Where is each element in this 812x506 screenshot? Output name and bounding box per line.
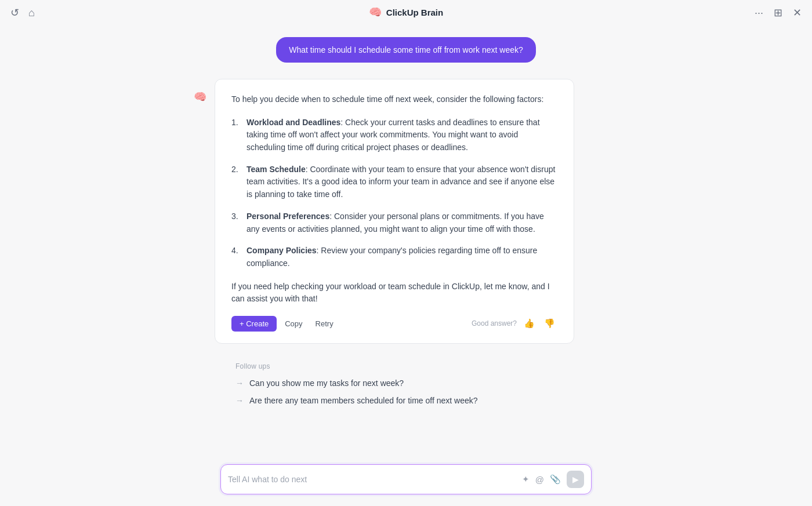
create-button[interactable]: + Create: [231, 316, 277, 332]
main-content: What time should I schedule some time of…: [0, 26, 812, 506]
user-message-text: What time should I schedule some time of…: [289, 45, 523, 54]
more-button[interactable]: ···: [753, 6, 764, 20]
ai-response-card: To help you decide when to schedule time…: [215, 79, 574, 344]
input-wrapper: ✦ @ 📎 ▶: [220, 464, 592, 494]
close-icon: ✕: [793, 6, 802, 19]
send-icon: ▶: [572, 475, 579, 484]
chat-input[interactable]: [228, 475, 517, 484]
mention-icon[interactable]: @: [535, 475, 544, 485]
item-1-bold: Workload and Deadlines: [246, 118, 340, 127]
app-title-text: ClickUp Brain: [386, 8, 443, 17]
item-3-bold: Personal Preferences: [246, 212, 329, 221]
expand-button[interactable]: ⊞: [773, 5, 784, 20]
more-icon: ···: [755, 7, 763, 19]
action-bar-left: + Create Copy Retry: [231, 316, 338, 332]
sparkle-icon[interactable]: ✦: [522, 474, 530, 485]
thumbs-down-button[interactable]: 👎: [542, 317, 557, 330]
list-item: 2. Team Schedule: Coordinate with your t…: [231, 163, 557, 201]
item-2-bold: Team Schedule: [246, 165, 306, 174]
retry-button[interactable]: Retry: [311, 316, 338, 332]
ai-avatar: 🧠: [194, 90, 209, 105]
close-button[interactable]: ✕: [792, 5, 803, 20]
send-button[interactable]: ▶: [567, 471, 584, 488]
list-item: 3. Personal Preferences: Consider your p…: [231, 210, 557, 235]
followup-item-2[interactable]: → Are there any team members scheduled f…: [235, 396, 597, 405]
input-icons: ✦ @ 📎 ▶: [522, 471, 584, 488]
followups-title: Follow ups: [235, 362, 597, 370]
input-area: ✦ @ 📎 ▶: [220, 464, 592, 494]
good-answer-label: Good answer?: [472, 319, 517, 327]
response-list: 1. Workload and Deadlines: Check your cu…: [231, 117, 557, 270]
copy-button[interactable]: Copy: [280, 316, 307, 332]
app-title: 🧠 ClickUp Brain: [369, 6, 443, 19]
ai-response-wrapper: 🧠 To help you decide when to schedule ti…: [215, 79, 597, 358]
ai-intro: To help you decide when to schedule time…: [231, 93, 557, 106]
arrow-icon: →: [235, 396, 244, 405]
followup-item-1[interactable]: → Can you show me my tasks for next week…: [235, 378, 597, 388]
thumbs-up-icon: 👍: [524, 318, 535, 328]
back-button[interactable]: ↺: [9, 5, 20, 20]
home-icon: ⌂: [28, 7, 35, 19]
thumbs-up-button[interactable]: 👍: [521, 317, 537, 330]
attach-icon[interactable]: 📎: [550, 474, 561, 485]
user-message: What time should I schedule some time of…: [276, 37, 536, 63]
top-bar-right: ··· ⊞ ✕: [753, 5, 803, 20]
followup-text-1: Can you show me my tasks for next week?: [249, 378, 404, 388]
item-4-bold: Company Policies: [246, 246, 317, 255]
list-item: 4. Company Policies: Review your company…: [231, 245, 557, 270]
expand-icon: ⊞: [774, 6, 782, 19]
top-bar: ↺ ⌂ 🧠 ClickUp Brain ··· ⊞ ✕: [0, 0, 812, 26]
list-item: 1. Workload and Deadlines: Check your cu…: [231, 117, 557, 154]
top-bar-left: ↺ ⌂: [9, 5, 36, 20]
followups-section: Follow ups → Can you show me my tasks fo…: [215, 362, 597, 413]
followup-text-2: Are there any team members scheduled for…: [249, 396, 478, 405]
action-bar-right: Good answer? 👍 👎: [472, 317, 557, 330]
action-bar: + Create Copy Retry Good answer? 👍 👎: [231, 316, 557, 332]
arrow-icon: →: [235, 378, 244, 388]
ai-closing: If you need help checking your workload …: [231, 281, 557, 305]
back-icon: ↺: [10, 6, 19, 19]
brain-icon: 🧠: [369, 6, 382, 19]
home-button[interactable]: ⌂: [27, 6, 36, 20]
thumbs-down-icon: 👎: [544, 318, 555, 328]
